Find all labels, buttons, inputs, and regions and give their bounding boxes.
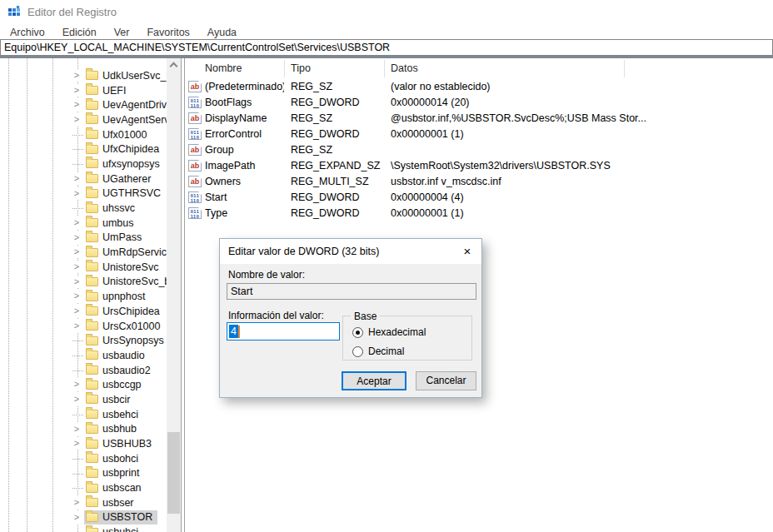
menu-archivo[interactable]: Archivo <box>8 26 47 39</box>
radio-hexadecimal[interactable]: Hexadecimal <box>352 326 426 338</box>
value-row-Predeterminado[interactable]: ab(Predeterminado)REG_SZ(valor no establ… <box>185 79 773 95</box>
chevron-right-icon[interactable]: > <box>71 378 82 390</box>
chevron-right-icon[interactable]: > <box>71 393 82 405</box>
tree-item-upnphost[interactable]: >upnphost <box>0 289 167 304</box>
chevron-right-icon[interactable]: > <box>71 290 82 302</box>
accept-button[interactable]: Aceptar <box>342 371 406 390</box>
tree-item-usbhub[interactable]: >usbhub <box>0 422 167 437</box>
cancel-button[interactable]: Cancelar <box>416 371 476 390</box>
tree-item-target[interactable]: UevAgentDrive <box>84 97 167 112</box>
tree-item-target[interactable]: UGTHRSVC <box>84 186 166 201</box>
chevron-right-icon[interactable]: > <box>71 69 82 82</box>
tree-item-usbehci[interactable]: usbehci <box>0 407 167 422</box>
tree-item-target[interactable]: UEFI <box>84 83 131 98</box>
tree-item-target[interactable]: UnistoreSvc <box>84 260 163 275</box>
tree-item-UGTHRSVC[interactable]: >UGTHRSVC <box>0 186 167 201</box>
tree-item-target[interactable]: UrsSynopsys <box>84 333 167 348</box>
value-row-BootFlags[interactable]: 011110BootFlagsREG_DWORD0x00000014 (20) <box>185 95 773 111</box>
tree-item-usbaudio[interactable]: usbaudio <box>0 348 167 363</box>
tree-item-target[interactable]: UmPass <box>84 231 147 246</box>
menu-ver[interactable]: Ver <box>112 26 132 39</box>
column-separator[interactable] <box>284 60 285 77</box>
value-row-Group[interactable]: abGroupREG_SZ <box>185 142 773 158</box>
chevron-right-icon[interactable]: > <box>71 437 82 450</box>
tree-item-UevAgentDrive[interactable]: >UevAgentDrive <box>0 97 167 112</box>
tree-item-target[interactable]: upnphost <box>84 289 150 304</box>
tree-item-usbser[interactable]: >usbser <box>0 495 167 510</box>
radio-button-icon[interactable] <box>352 327 363 338</box>
tree-item-UnistoreSvc[interactable]: >UnistoreSvc <box>0 260 167 275</box>
chevron-right-icon[interactable]: > <box>71 246 82 258</box>
tree-item-UmRdpService[interactable]: >UmRdpService <box>0 245 167 260</box>
address-input[interactable] <box>0 39 773 56</box>
value-row-Owners[interactable]: abOwnersREG_MULTI_SZusbstor.inf v_mscdsc… <box>185 174 773 190</box>
tree-item-target[interactable]: usbohci <box>84 451 143 466</box>
tree-item-usbuhci[interactable]: usbuhci <box>0 525 167 532</box>
tree-item-usbaudio2[interactable]: usbaudio2 <box>0 363 167 378</box>
chevron-right-icon[interactable]: > <box>71 496 82 509</box>
tree-item-target[interactable]: UmRdpService <box>84 245 167 260</box>
tree-item-target[interactable]: usbehci <box>84 407 143 422</box>
tree-item-target[interactable]: USBSTOR <box>84 510 157 525</box>
column-header-datos[interactable]: Datos <box>391 58 418 79</box>
chevron-right-icon[interactable]: > <box>71 113 82 126</box>
tree-item-UmPass[interactable]: >UmPass <box>0 231 167 246</box>
tree-item-target[interactable]: UfxChipidea <box>84 142 164 157</box>
value-data-field[interactable]: 4 <box>227 322 340 341</box>
chevron-right-icon[interactable]: > <box>71 172 82 185</box>
tree-item-UnistoreSvc_b[interactable]: >UnistoreSvc_b <box>0 275 167 290</box>
tree-item-target[interactable]: UnistoreSvc_b <box>84 275 167 290</box>
chevron-right-icon[interactable]: > <box>71 305 82 317</box>
radio-decimal[interactable]: Decimal <box>352 346 404 357</box>
tree-item-target[interactable]: UrsChipidea <box>84 304 165 319</box>
tree-item-Ufx01000[interactable]: Ufx01000 <box>0 127 167 142</box>
value-row-DisplayName[interactable]: abDisplayNameREG_SZ@usbstor.inf,%USBSTOR… <box>185 111 773 127</box>
chevron-right-icon[interactable]: > <box>71 84 82 97</box>
tree-scrollbar[interactable] <box>167 58 181 532</box>
chevron-right-icon[interactable]: > <box>71 276 82 288</box>
chevron-right-icon[interactable]: > <box>71 423 82 435</box>
tree-item-usbscan[interactable]: usbscan <box>0 480 167 495</box>
column-header-nombre[interactable]: Nombre <box>205 58 242 79</box>
value-row-Start[interactable]: 011110StartREG_DWORD0x00000004 (4) <box>185 190 773 206</box>
menu-edicion[interactable]: Edición <box>61 26 98 39</box>
tree-item-target[interactable]: usbcir <box>84 392 135 407</box>
chevron-right-icon[interactable]: > <box>71 231 82 244</box>
tree-item-USBHUB3[interactable]: >USBHUB3 <box>0 436 167 451</box>
tree-item-target[interactable]: usbaudio2 <box>84 363 156 378</box>
tree-item-UGatherer[interactable]: >UGatherer <box>0 172 167 186</box>
tree-item-UrsChipidea[interactable]: >UrsChipidea <box>0 304 167 319</box>
tree-item-target[interactable]: umbus <box>84 216 139 231</box>
tree-item-UfxChipidea[interactable]: UfxChipidea <box>0 142 167 157</box>
tree-item-target[interactable]: usbprint <box>84 466 144 481</box>
tree-item-target[interactable]: Ufx01000 <box>84 127 152 142</box>
tree-item-uhssvc[interactable]: uhssvc <box>0 201 167 216</box>
tree-item-target[interactable]: usbuhci <box>84 525 143 532</box>
scrollbar-thumb[interactable] <box>167 432 180 514</box>
value-row-ErrorControl[interactable]: 011110ErrorControlREG_DWORD0x00000001 (1… <box>185 127 773 142</box>
column-separator[interactable] <box>384 60 385 77</box>
tree-item-target[interactable]: UrsCx01000 <box>84 319 165 334</box>
value-name-field[interactable]: Start <box>227 283 476 300</box>
scrollbar-up-icon[interactable] <box>170 62 178 71</box>
tree-item-UrsCx01000[interactable]: >UrsCx01000 <box>0 319 167 334</box>
tree-item-target[interactable]: uhssvc <box>84 201 140 216</box>
chevron-right-icon[interactable]: > <box>71 511 82 524</box>
menu-ayuda[interactable]: Ayuda <box>206 26 238 39</box>
tree-item-target[interactable]: UevAgentServ <box>84 112 167 127</box>
value-row-ImagePath[interactable]: abImagePathREG_EXPAND_SZ\SystemRoot\Syst… <box>185 158 773 174</box>
tree-item-target[interactable]: usbccgp <box>84 377 147 392</box>
menu-favoritos[interactable]: Favoritos <box>145 26 191 39</box>
tree-item-target[interactable]: usbaudio <box>84 348 150 363</box>
close-icon[interactable]: × <box>453 239 481 264</box>
tree-item-UevAgentServ[interactable]: >UevAgentServ <box>0 112 167 127</box>
tree-item-usbccgp[interactable]: >usbccgp <box>0 377 167 392</box>
radio-button-icon[interactable] <box>352 346 363 357</box>
dialog-titlebar[interactable]: Editar valor de DWORD (32 bits) × <box>220 239 481 264</box>
tree-item-usbohci[interactable]: usbohci <box>0 451 167 466</box>
column-header-tipo[interactable]: Tipo <box>291 58 311 79</box>
tree-item-usbprint[interactable]: usbprint <box>0 466 167 481</box>
tree-item-target[interactable]: UGatherer <box>84 172 156 186</box>
tree-item-USBSTOR[interactable]: >USBSTOR <box>0 510 167 525</box>
tree-item-usbcir[interactable]: >usbcir <box>0 392 167 407</box>
